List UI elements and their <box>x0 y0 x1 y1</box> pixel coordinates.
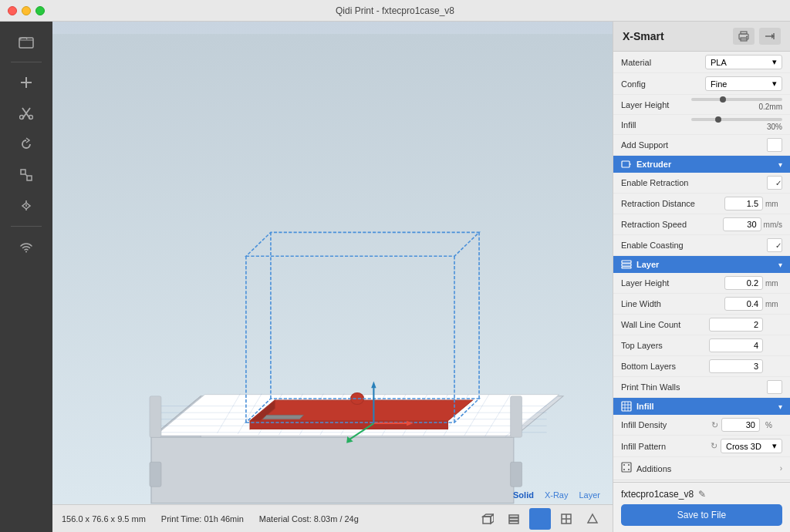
layer-height-label: Layer Height <box>621 100 691 109</box>
close-button[interactable] <box>8 6 17 15</box>
additions-row[interactable]: Additions › <box>613 457 790 480</box>
svg-rect-70 <box>741 32 747 34</box>
solid-icon[interactable] <box>529 508 551 530</box>
grid-icon[interactable] <box>555 508 577 530</box>
line-width-input-row: mm <box>724 297 782 311</box>
print-thin-walls-checkbox[interactable] <box>767 380 782 394</box>
extruder-section-header[interactable]: Extruder ▾ <box>613 156 790 173</box>
infill-slider[interactable] <box>691 118 782 121</box>
cut-button[interactable] <box>9 99 43 127</box>
viewport[interactable]: Solid X-Ray Layer 156.0 x 76.6 x 9.5 mm … <box>52 22 613 532</box>
svg-rect-7 <box>21 170 25 174</box>
enable-retraction-label: Enable Retraction <box>621 178 767 187</box>
right-panel: X-Smart Material PLA ▾ Conf <box>613 22 790 532</box>
retraction-distance-row: Retraction Distance mm <box>613 194 790 214</box>
layer-height-slider[interactable] <box>691 98 782 101</box>
print-time-text: Print Time: 01h 46min <box>161 514 244 524</box>
infill-pattern-row: Infill Pattern ↻ Cross 3D ▾ <box>613 436 790 457</box>
forward-icon-btn[interactable] <box>759 28 781 45</box>
add-object-button[interactable] <box>9 69 43 96</box>
add-support-checkbox[interactable] <box>767 138 782 152</box>
layer-icon[interactable] <box>503 508 525 530</box>
status-icons <box>477 508 603 530</box>
scale-button[interactable] <box>9 161 43 189</box>
infill-density-input[interactable] <box>721 418 760 432</box>
svg-marker-39 <box>250 421 447 429</box>
infill-slider-container[interactable]: 30% <box>691 118 782 131</box>
infill-density-input-group: ↻ % <box>711 418 782 432</box>
open-file-button[interactable] <box>9 28 43 56</box>
layer-height-setting-row: Layer Height mm <box>613 273 790 294</box>
svg-point-88 <box>623 469 625 470</box>
svg-marker-15 <box>151 437 514 503</box>
layer-height-row: Layer Height 0.2mm <box>613 95 790 115</box>
status-left: 156.0 x 76.6 x 9.5 mm Print Time: 01h 46… <box>62 514 359 524</box>
additions-label: Additions <box>636 464 780 473</box>
retraction-check: ✓ <box>775 179 782 187</box>
retraction-distance-label: Retraction Distance <box>621 199 724 208</box>
material-dropdown[interactable]: PLA ▾ <box>705 55 782 69</box>
svg-marker-68 <box>588 514 597 523</box>
settings-scroll[interactable]: Material PLA ▾ Config Fine ▾ Layer Heigh… <box>613 52 790 482</box>
line-width-input[interactable] <box>724 297 763 311</box>
infill-pattern-refresh-icon[interactable]: ↻ <box>711 441 717 451</box>
save-to-file-button[interactable]: Save to File <box>621 504 782 526</box>
traffic-lights <box>8 6 45 15</box>
rotate-button[interactable] <box>9 130 43 158</box>
printer-icon-btn[interactable] <box>733 28 755 45</box>
status-bar: 156.0 x 76.6 x 9.5 mm Print Time: 01h 46… <box>52 504 613 532</box>
window-title: Qidi Print - fxtecpro1case_v8 <box>336 5 454 16</box>
layer-view-button[interactable]: Layer <box>576 489 603 501</box>
minimize-button[interactable] <box>22 6 31 15</box>
svg-rect-51 <box>511 462 522 487</box>
wall-line-count-input-row <box>709 318 782 332</box>
material-cost-text: Material Cost: 8.03m / 24g <box>259 514 359 524</box>
retraction-speed-unit: mm/s <box>764 221 782 229</box>
layer-height-slider-container[interactable]: 0.2mm <box>691 98 782 111</box>
infill-thumb[interactable] <box>715 116 721 123</box>
bottom-layers-input[interactable] <box>709 359 763 373</box>
enable-retraction-row: Enable Retraction ✓ <box>613 173 790 194</box>
wireframe-icon[interactable] <box>582 508 603 530</box>
infill-refresh-icon[interactable]: ↻ <box>711 420 718 430</box>
xray-view-button[interactable]: X-Ray <box>542 489 572 501</box>
print-thin-walls-label: Print Thin Walls <box>621 382 767 392</box>
layer-section-title: Layer <box>621 259 659 270</box>
infill-pattern-group: ↻ Cross 3D ▾ <box>711 439 782 453</box>
retraction-speed-input[interactable] <box>723 217 761 231</box>
infill-pattern-dropdown[interactable]: Cross 3D ▾ <box>721 439 782 453</box>
line-width-label: Line Width <box>621 299 724 308</box>
svg-point-11 <box>25 251 27 253</box>
edit-icon[interactable]: ✎ <box>698 489 706 500</box>
top-layers-input[interactable] <box>709 338 763 352</box>
layer-height-setting-unit: mm <box>765 279 782 288</box>
enable-retraction-checkbox[interactable]: ✓ <box>767 176 782 190</box>
svg-rect-8 <box>27 176 32 180</box>
layer-section-header[interactable]: Layer ▾ <box>613 256 790 273</box>
svg-line-9 <box>25 174 27 176</box>
maximize-button[interactable] <box>35 6 45 15</box>
svg-rect-61 <box>509 515 518 517</box>
file-name-row: fxtecpro1case_v8 ✎ <box>621 489 782 500</box>
material-row: Material PLA ▾ <box>613 52 790 73</box>
wifi-button[interactable] <box>9 233 43 261</box>
config-dropdown[interactable]: Fine ▾ <box>705 76 782 91</box>
mirror-button[interactable] <box>9 192 43 220</box>
layer-height-thumb[interactable] <box>720 96 726 103</box>
retraction-speed-input-row: mm/s <box>723 217 782 231</box>
infill-section-header[interactable]: Infill ▾ <box>613 398 790 415</box>
file-name-text: fxtecpro1case_v8 <box>621 489 694 500</box>
layer-height-setting-input[interactable] <box>724 276 763 290</box>
additions-icon <box>621 462 632 475</box>
wall-line-count-row: Wall Line Count <box>613 315 790 335</box>
bottom-layers-input-row <box>709 359 782 373</box>
view-cube-icon[interactable] <box>477 508 498 530</box>
panel-title: X-Smart <box>623 30 664 42</box>
wall-line-count-input[interactable] <box>709 318 763 332</box>
svg-rect-78 <box>622 264 631 266</box>
solid-view-button[interactable]: Solid <box>510 489 537 501</box>
retraction-distance-input[interactable] <box>724 197 763 210</box>
enable-coasting-checkbox[interactable]: ✓ <box>767 238 782 252</box>
left-toolbar <box>0 22 52 532</box>
toolbar-separator-2 <box>11 226 42 227</box>
